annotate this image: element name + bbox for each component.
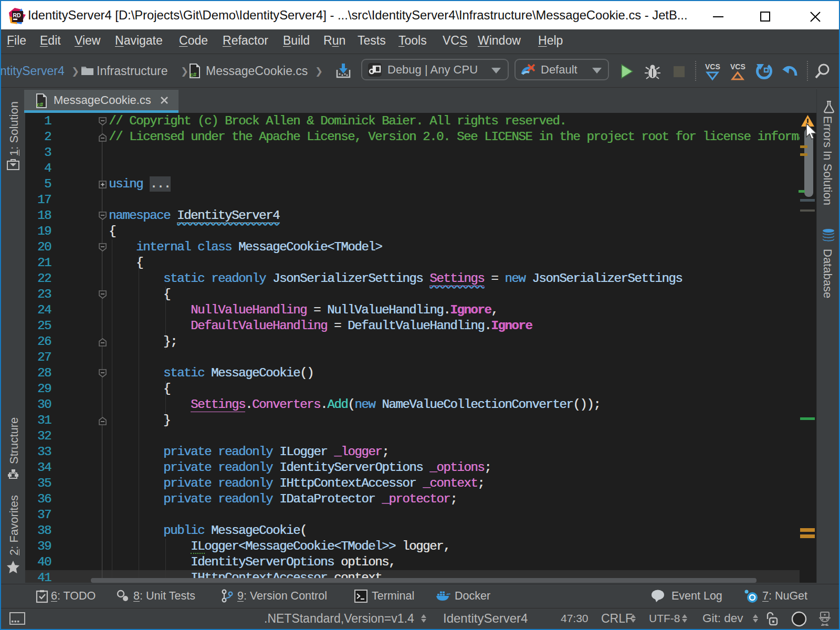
svg-text:VCS: VCS: [730, 62, 746, 71]
svg-text:RD: RD: [13, 12, 22, 18]
svg-text:c#: c#: [37, 101, 43, 108]
svg-text:c#: c#: [190, 71, 196, 78]
svg-text:VCS: VCS: [705, 62, 720, 71]
